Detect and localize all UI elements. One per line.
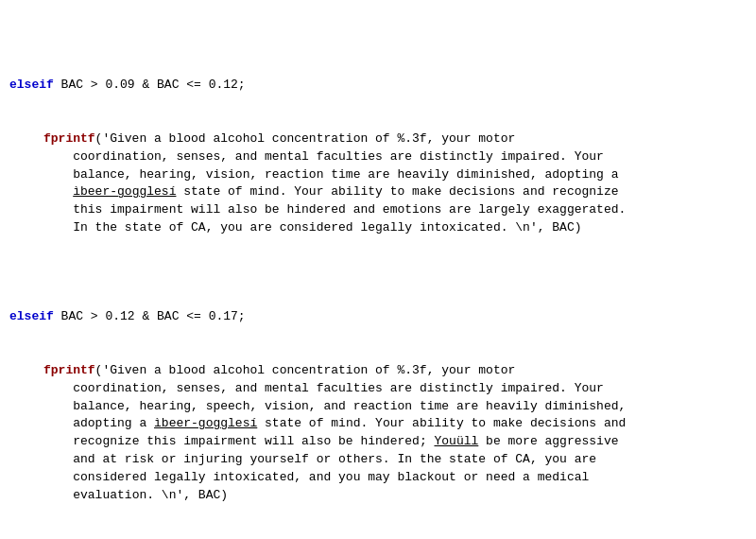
keyword-elseif-2: elseif	[9, 309, 54, 323]
condition-text-1: BAC > 0.09 & BAC <= 0.12;	[54, 78, 246, 92]
keyword-elseif-1: elseif	[9, 78, 54, 92]
printf-line-1: fprintf('Given a blood alcohol concentra…	[9, 130, 747, 237]
youll-ref-2: Youüll	[434, 434, 478, 448]
condition-line-1: elseif BAC > 0.09 & BAC <= 0.12;	[9, 77, 747, 95]
keyword-fprintf-2: fprintf	[43, 363, 95, 377]
beer-goggles-ref-1: ìbeer-gogglesí	[73, 184, 176, 199]
beer-goggles-ref-2: ìbeer-gogglesí	[154, 416, 257, 430]
printf-content-2: ('Given a blood alcohol concentration of…	[43, 363, 626, 502]
printf-line-2: fprintf('Given a blood alcohol concentra…	[9, 362, 747, 505]
condition-text-2: BAC > 0.12 & BAC <= 0.17;	[54, 309, 246, 323]
condition-line-2: elseif BAC > 0.12 & BAC <= 0.17;	[9, 308, 747, 326]
printf-content-1: ('Given a blood alcohol concentration of…	[43, 131, 626, 235]
keyword-fprintf-1: fprintf	[43, 131, 95, 146]
code-display: elseif BAC > 0.09 & BAC <= 0.12; fprintf…	[9, 6, 747, 539]
